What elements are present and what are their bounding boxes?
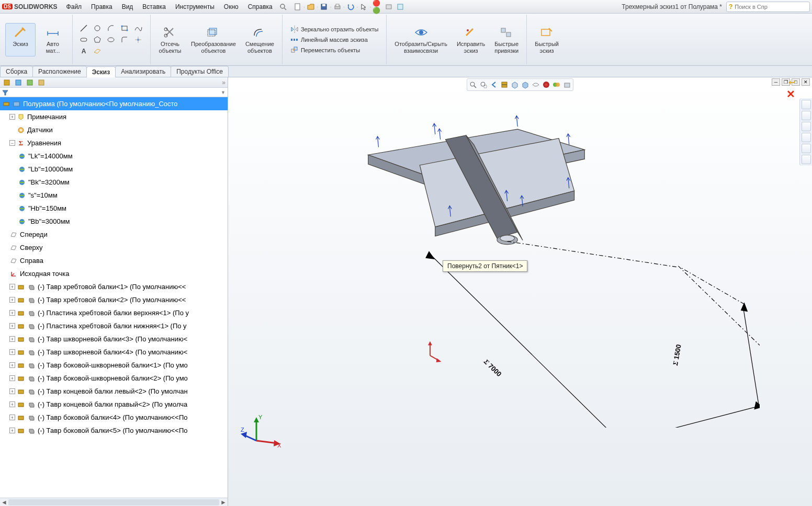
fm-tab4-icon[interactable] bbox=[37, 78, 46, 87]
display-style-icon[interactable] bbox=[521, 80, 530, 89]
tree-part-4[interactable]: +(-) Пластина хребтовой балки нижняя<1> … bbox=[0, 319, 228, 332]
polygon-tool-icon[interactable] bbox=[93, 35, 102, 44]
select-icon[interactable] bbox=[358, 2, 369, 12]
tree-part-9[interactable]: +(-) Тавр концевой балки левый<2> (По ум… bbox=[0, 385, 228, 398]
quicksnap-button[interactable]: Быстрые привязки bbox=[491, 23, 522, 56]
hide-show-icon[interactable] bbox=[531, 80, 540, 89]
tree-scrollbar[interactable]: ◄► bbox=[0, 498, 228, 506]
tree-part-10[interactable]: +(-) Тавр концевой балки правый<2> (По у… bbox=[0, 398, 228, 411]
menu-edit[interactable]: Правка bbox=[86, 0, 117, 14]
plane-tool-icon[interactable] bbox=[93, 47, 102, 56]
view-triad-icon[interactable]: Y X Z bbox=[241, 412, 283, 454]
tree-part-11[interactable]: +(-) Тавр боковой балки<4> (По умолчанию… bbox=[0, 411, 228, 424]
rebuild-icon[interactable]: 🔴🟢 bbox=[372, 2, 382, 12]
menu-view[interactable]: Вид bbox=[117, 0, 138, 14]
repair-button[interactable]: Исправить эскиз bbox=[453, 23, 489, 56]
linear-pattern[interactable]: Линейный массив эскиза bbox=[288, 34, 370, 45]
zoom-area-icon[interactable] bbox=[479, 80, 488, 89]
cancel-sketch-icon[interactable]: ✕ bbox=[786, 88, 795, 100]
rapid-sketch-button[interactable]: Быстрый эскиз bbox=[531, 23, 562, 56]
slot-tool-icon[interactable] bbox=[79, 35, 88, 44]
graphics-icon[interactable] bbox=[395, 2, 405, 12]
tree-eq4[interactable]: "s"=10мм bbox=[0, 189, 228, 202]
view-orient-icon[interactable] bbox=[510, 80, 520, 89]
tree-top-plane[interactable]: Сверху bbox=[0, 241, 228, 254]
tab-sketch[interactable]: Эскиз bbox=[86, 66, 116, 77]
settings-icon[interactable] bbox=[562, 80, 572, 89]
fm-filter-bar[interactable]: ▼ bbox=[0, 88, 228, 97]
taskpane-appearance-icon[interactable] bbox=[802, 144, 811, 153]
point-tool-icon[interactable] bbox=[133, 35, 143, 44]
search-icon[interactable] bbox=[278, 2, 288, 12]
circle-tool-icon[interactable] bbox=[93, 24, 102, 33]
fillet-tool-icon[interactable] bbox=[120, 35, 129, 44]
menu-insert[interactable]: Вставка bbox=[138, 0, 171, 14]
prev-view-icon[interactable] bbox=[489, 80, 499, 89]
tree-origin[interactable]: Исходная точка bbox=[0, 267, 228, 280]
tab-analyze[interactable]: Анализировать bbox=[115, 66, 171, 77]
tree-equations[interactable]: −ΣУравнения bbox=[0, 136, 228, 150]
tab-office[interactable]: Продукты Office bbox=[171, 66, 229, 77]
tree-part-1[interactable]: +(-) Тавр хребтовой балки<1> (По умолчан… bbox=[0, 280, 228, 293]
taskpane-home-icon[interactable] bbox=[802, 100, 811, 109]
tree-annotations[interactable]: +Примечания bbox=[0, 110, 228, 123]
taskpane-lib-icon[interactable] bbox=[802, 111, 811, 120]
tab-assembly[interactable]: Сборка bbox=[0, 66, 33, 77]
mirror-entities[interactable]: Зеркально отразить объекты bbox=[288, 24, 381, 34]
fm-tab3-icon[interactable] bbox=[25, 78, 35, 87]
line-tool-icon[interactable] bbox=[79, 24, 88, 33]
section-view-icon[interactable] bbox=[500, 80, 509, 89]
fm-tab1-icon[interactable] bbox=[2, 78, 12, 87]
taskpane-palette-icon[interactable] bbox=[802, 133, 811, 142]
arc-tool-icon[interactable] bbox=[106, 24, 116, 33]
zoom-fit-icon[interactable] bbox=[468, 80, 478, 89]
ellipse-tool-icon[interactable] bbox=[106, 35, 116, 44]
tree-part-5[interactable]: +(-) Тавр шкворневой балки<3> (По умолча… bbox=[0, 332, 228, 346]
tree-part-12[interactable]: +(-) Тавр боковой балки<5> (По умолчанию… bbox=[0, 424, 228, 437]
help-search[interactable]: ? bbox=[726, 2, 810, 12]
options-icon[interactable] bbox=[384, 2, 394, 12]
convert-button[interactable]: Преобразование объектов bbox=[187, 23, 240, 56]
doc-minimize-icon[interactable]: ─ bbox=[772, 78, 780, 86]
tree-part-2[interactable]: +(-) Тавр хребтовой балки<2> (По умолчан… bbox=[0, 293, 228, 306]
tree-root[interactable]: Полурама (По умолчанию<По умолчанию_Сост… bbox=[0, 97, 228, 110]
new-doc-icon[interactable] bbox=[292, 2, 303, 12]
appearance-icon[interactable] bbox=[542, 80, 551, 89]
search-input[interactable] bbox=[735, 4, 807, 10]
tree-eq1[interactable]: "Lk"=14000мм bbox=[0, 150, 228, 163]
tree-eq3[interactable]: "Bk"=3200мм bbox=[0, 176, 228, 189]
feature-tree[interactable]: Полурама (По умолчанию<По умолчанию_Сост… bbox=[0, 97, 228, 498]
scene-icon[interactable] bbox=[552, 80, 561, 89]
tree-part-7[interactable]: +(-) Тавр боковой-шкворневой балки<1> (П… bbox=[0, 359, 228, 372]
confirm-corner-icon[interactable]: ↩ bbox=[788, 77, 795, 87]
autodim-button[interactable]: Авто мат... bbox=[38, 23, 68, 56]
save-icon[interactable] bbox=[319, 2, 329, 12]
fm-collapse-icon[interactable]: » bbox=[222, 79, 225, 86]
trim-button[interactable]: Отсечь объекты bbox=[155, 23, 185, 56]
tree-part-3[interactable]: +(-) Пластина хребтовой балки верхняя<1>… bbox=[0, 306, 228, 319]
tree-eq6[interactable]: "Bb"=3000мм bbox=[0, 215, 228, 228]
fm-tab2-icon[interactable] bbox=[14, 78, 23, 87]
tree-part-6[interactable]: +(-) Тавр шкворневой балки<4> (По умолча… bbox=[0, 346, 228, 359]
rect-tool-icon[interactable] bbox=[120, 24, 129, 33]
open-icon[interactable] bbox=[306, 2, 316, 12]
taskpane-explorer-icon[interactable] bbox=[802, 122, 811, 131]
tree-front-plane[interactable]: Спереди bbox=[0, 228, 228, 241]
print-icon[interactable] bbox=[332, 2, 343, 12]
menu-file[interactable]: Файл bbox=[62, 0, 87, 14]
menu-window[interactable]: Окно bbox=[219, 0, 243, 14]
undo-icon[interactable] bbox=[345, 2, 356, 12]
graphics-viewport[interactable]: ─ ❐ □ ✕ ↩ ✕ bbox=[228, 77, 812, 506]
showhide-button[interactable]: Отобразить/Скрыть взаимосвязи bbox=[391, 23, 451, 56]
doc-close-icon[interactable]: ✕ bbox=[802, 78, 810, 86]
tab-layout[interactable]: Расположение bbox=[32, 66, 87, 77]
spline-tool-icon[interactable] bbox=[133, 24, 143, 33]
tree-eq2[interactable]: "Lb"=10000мм bbox=[0, 163, 228, 176]
sketch-button[interactable]: Эскиз bbox=[5, 23, 36, 56]
menu-tools[interactable]: Инструменты bbox=[171, 0, 219, 14]
tree-right-plane[interactable]: Справа bbox=[0, 254, 228, 267]
offset-button[interactable]: Смещение объектов bbox=[242, 23, 278, 56]
tree-part-8[interactable]: +(-) Тавр боковой-шкворневой балки<2> (П… bbox=[0, 372, 228, 385]
tree-eq5[interactable]: "Hb"=150мм bbox=[0, 202, 228, 215]
menu-help[interactable]: Справка bbox=[243, 0, 277, 14]
